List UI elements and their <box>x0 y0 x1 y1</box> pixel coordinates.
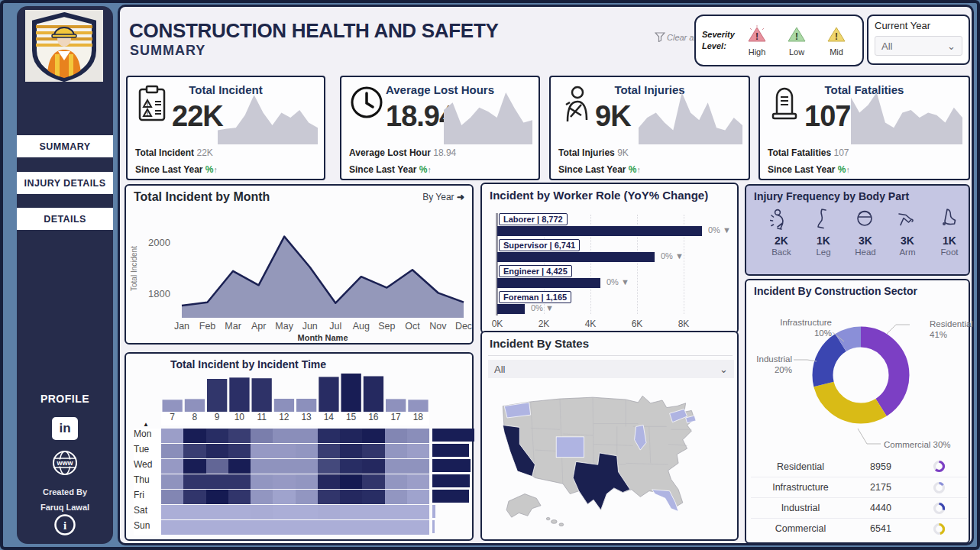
heat-cell[interactable] <box>273 520 295 535</box>
heat-cell[interactable] <box>407 505 429 519</box>
heat-cell[interactable] <box>385 444 407 458</box>
heat-cell[interactable] <box>251 429 273 443</box>
heat-cell[interactable] <box>183 429 205 443</box>
heat-cell[interactable] <box>228 429 251 443</box>
state-washington[interactable] <box>504 403 530 418</box>
linkedin-icon[interactable]: in <box>52 417 78 440</box>
bar-engineer[interactable] <box>497 278 600 288</box>
heat-cell[interactable] <box>340 490 362 504</box>
heat-cell[interactable] <box>161 459 183 474</box>
heat-cell[interactable] <box>318 459 340 474</box>
heat-cell[interactable] <box>362 429 384 443</box>
heat-cell[interactable] <box>340 474 362 489</box>
heat-cell[interactable] <box>206 444 228 458</box>
heat-cell[interactable] <box>251 520 273 535</box>
heat-cell[interactable] <box>340 505 362 519</box>
heat-cell[interactable] <box>273 474 295 489</box>
heat-cell[interactable] <box>273 490 295 504</box>
heat-cell[interactable] <box>228 505 251 519</box>
heat-cell[interactable] <box>407 520 429 535</box>
heat-cell[interactable] <box>362 459 384 474</box>
heat-cell[interactable] <box>228 444 251 458</box>
sidebar-item-injury-details[interactable]: INJURY DETAILS <box>17 172 113 194</box>
heat-cell[interactable] <box>340 520 362 535</box>
heat-cell[interactable] <box>362 520 384 535</box>
heat-cell[interactable] <box>183 520 205 535</box>
heat-cell[interactable] <box>385 520 407 535</box>
heat-cell[interactable] <box>296 520 318 535</box>
heat-cell[interactable] <box>251 490 273 504</box>
heat-cell[interactable] <box>318 429 340 443</box>
heat-cell[interactable] <box>161 444 183 458</box>
info-icon[interactable]: i <box>53 513 76 539</box>
heat-cell[interactable] <box>385 505 407 519</box>
heat-cell[interactable] <box>385 429 407 443</box>
heat-cell[interactable] <box>228 474 251 489</box>
heat-cell[interactable] <box>273 459 295 474</box>
heat-cell[interactable] <box>362 444 384 458</box>
heat-cell[interactable] <box>183 444 205 458</box>
sector-table-row[interactable]: Industrial4440 <box>751 497 967 518</box>
heat-cell[interactable] <box>206 490 228 504</box>
us-choropleth-map[interactable] <box>487 383 736 538</box>
sector-table-row[interactable]: Infrastructure2175 <box>751 477 967 497</box>
website-globe-icon[interactable]: www <box>51 449 79 480</box>
heat-cell[interactable] <box>318 444 340 458</box>
heat-cell[interactable] <box>273 429 295 443</box>
bar-foreman[interactable] <box>497 304 525 314</box>
heat-cell[interactable] <box>206 429 228 443</box>
heat-cell[interactable] <box>385 474 407 489</box>
heat-cell[interactable] <box>183 474 205 489</box>
clear-all-filters-button[interactable]: Clear all <box>655 32 697 42</box>
heat-cell[interactable] <box>362 490 384 504</box>
heat-cell[interactable] <box>362 474 384 489</box>
heat-cell[interactable] <box>407 459 429 474</box>
heat-cell[interactable] <box>407 444 429 458</box>
heat-cell[interactable] <box>206 505 228 519</box>
heat-cell[interactable] <box>161 429 183 443</box>
severity-mid[interactable]: ! Mid <box>817 25 856 57</box>
heat-cell[interactable] <box>206 474 228 489</box>
heat-cell[interactable] <box>340 459 362 474</box>
heat-cell[interactable] <box>407 490 429 504</box>
heat-cell[interactable] <box>296 505 318 519</box>
bar-supervisor[interactable] <box>497 252 655 262</box>
heat-cell[interactable] <box>251 474 273 489</box>
sidebar-item-details[interactable]: DETAILS <box>17 208 113 230</box>
heat-cell[interactable] <box>296 490 318 504</box>
heat-cell[interactable] <box>228 490 251 504</box>
severity-high[interactable]: ! High <box>737 25 777 57</box>
sector-table-row[interactable]: Residential8959 <box>751 456 967 477</box>
heat-cell[interactable] <box>407 429 429 443</box>
heat-cell[interactable] <box>385 490 407 504</box>
heat-cell[interactable] <box>296 444 318 458</box>
heat-cell[interactable] <box>161 490 183 504</box>
bar-laborer[interactable] <box>497 226 702 236</box>
heat-cell[interactable] <box>183 490 205 504</box>
heat-cell[interactable] <box>183 459 205 474</box>
sector-table-row[interactable]: Commercial6541 <box>751 518 967 539</box>
heat-cell[interactable] <box>362 505 384 519</box>
heat-cell[interactable] <box>228 520 251 535</box>
state-colorado[interactable] <box>556 437 584 458</box>
heat-cell[interactable] <box>273 505 295 519</box>
heat-cell[interactable] <box>296 474 318 489</box>
sort-arrow-icon[interactable]: ▲ <box>143 421 149 428</box>
states-dropdown[interactable]: All ⌄ <box>488 360 734 378</box>
heat-cell[interactable] <box>251 505 273 519</box>
heat-cell[interactable] <box>161 520 183 535</box>
heat-cell[interactable] <box>340 444 362 458</box>
heat-cell[interactable] <box>228 459 251 474</box>
severity-low[interactable]: ! Low <box>777 25 817 57</box>
heat-cell[interactable] <box>385 459 407 474</box>
heat-cell[interactable] <box>340 429 362 443</box>
heat-cell[interactable] <box>318 474 340 489</box>
year-dropdown[interactable]: All ⌄ <box>875 36 962 56</box>
heat-cell[interactable] <box>273 444 295 458</box>
heat-cell[interactable] <box>296 429 318 443</box>
heat-cell[interactable] <box>183 505 205 519</box>
heat-cell[interactable] <box>296 459 318 474</box>
heat-cell[interactable] <box>407 474 429 489</box>
heat-cell[interactable] <box>161 474 183 489</box>
heat-cell[interactable] <box>318 520 340 535</box>
